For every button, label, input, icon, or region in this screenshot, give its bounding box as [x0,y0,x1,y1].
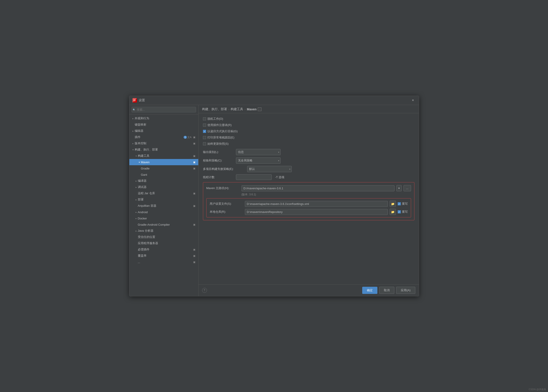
sidebar-item-label: Gradle [141,167,192,170]
offline-work-text: 脱机工作(O) [207,117,223,121]
plugin-registry-label[interactable]: 使用插件注册表(R) [203,123,232,127]
user-settings-input[interactable] [245,201,388,207]
settings-icon [192,248,196,251]
bottom-buttons: 确定 取消 应用(A) [362,287,415,294]
always-update-text: 始终更新快照(S) [207,142,229,146]
breadcrumb-part-3: Maven [247,107,257,111]
sidebar-item-maven[interactable]: Maven [129,159,198,165]
print-exception-label[interactable]: 打印异常堆栈跟踪(E) [203,136,234,140]
sidebar-item-editor[interactable]: 编辑器 [129,128,198,134]
multi-build-dropdown-wrap: 默认 ▾ [247,166,292,172]
sidebar-item-keymap[interactable]: 键盘映射 [129,121,198,128]
sidebar-item-label: Maven [141,161,192,164]
offline-work-checkbox[interactable] [203,117,206,120]
help-button[interactable]: ? [202,288,207,293]
sidebar-item-coverage[interactable]: 覆盖率 [129,253,198,259]
local-repo-browse-btn[interactable]: 📁 [390,209,396,215]
sidebar-item-gant[interactable]: Gant [129,171,198,178]
settings-icon [192,142,196,145]
sidebar-item-docker[interactable]: Docker [129,215,198,221]
user-settings-row: 用户设置文件(S): 📁 重写 [210,201,408,207]
user-settings-rewrite-label[interactable]: 重写 [398,202,408,206]
sidebar-item-compiler[interactable]: 编译器 [129,178,198,184]
sidebar-item-label: 覆盖率 [138,254,192,258]
sidebar-item-plugins[interactable]: 插件 1 文A [129,134,198,140]
sidebar-item-deployment[interactable]: 部署 [129,196,198,203]
sidebar-item-gradle[interactable]: Gradle [129,165,198,171]
local-repo-rewrite-label[interactable]: 重写 [398,210,408,214]
sidebar-item-more[interactable]: ... [129,259,198,265]
thread-count-row: 线程计数 -T 选项 [203,174,415,180]
settings-icon [192,223,196,226]
always-update-checkbox[interactable] [203,142,206,145]
settings-icon [192,160,196,164]
arrow-icon [138,161,141,164]
local-repo-input[interactable] [245,209,388,215]
ok-button[interactable]: 确定 [362,287,377,294]
settings-icon [192,135,196,139]
apply-button[interactable]: 应用(A) [396,287,415,294]
maven-home-dropdown-btn[interactable]: ▾ [396,185,402,191]
sidebar-item-android[interactable]: Android [129,209,198,215]
recursive-mode-label[interactable]: 以递归方式执行目标(G) [203,129,238,133]
sidebar-item-app-server[interactable]: 应用程序服务器 [129,240,198,246]
sidebar-item-label: Arquillian 容器 [138,204,192,208]
thread-count-input[interactable] [236,174,272,180]
breadcrumb-part-2: 构建工具 [231,107,243,111]
offline-work-label[interactable]: 脱机工作(O) [203,117,223,121]
sidebar-item-trusted[interactable]: 受信任的位置 [129,234,198,240]
close-button[interactable]: × [410,98,416,103]
output-level-row: 输出级别(L): 信息 ▾ [203,149,415,155]
output-level-dropdown[interactable]: 信息 [236,149,281,155]
sidebar-item-label: Docker [138,217,196,220]
sidebar-item-build[interactable]: 构建、执行、部署 [129,147,198,153]
user-settings-label: 用户设置文件(S): [210,202,243,206]
local-repo-rewrite-checkbox[interactable] [398,210,401,213]
arrow-icon [135,198,138,201]
sidebar-item-debugger[interactable]: 调试器 [129,184,198,190]
always-update-label[interactable]: 始终更新快照(S) [203,142,229,146]
plugin-registry-text: 使用插件注册表(R) [207,123,232,127]
settings-icon [192,167,196,170]
main-content: 构建、执行、部署 › 构建工具 › Maven □ 脱机工作(O) [198,105,419,296]
bottom-bar: ? 确定 取消 应用(A) [198,284,419,296]
maven-home-browse-btn[interactable]: … [403,185,411,191]
sidebar-item-vcs[interactable]: 版本控制 [129,140,198,147]
watermark: CSDN @伊俊务 [529,388,546,391]
multi-build-row: 多项目构建失败策略(E): 默认 ▾ [203,166,415,172]
settings-icon [192,154,196,158]
multi-build-dropdown[interactable]: 默认 [247,166,292,172]
dialog-title: 设置 [139,98,145,102]
plugin-registry-row: 使用插件注册表(R) [203,123,415,127]
sidebar-item-remote-jar[interactable]: 远程 Jar 仓库 [129,190,198,196]
sidebar-item-arquillian[interactable]: Arquillian 容器 [129,203,198,209]
sidebar-item-appearance[interactable]: 外观和行为 [129,115,198,121]
cancel-button[interactable]: 取消 [379,287,394,294]
checksum-policy-value: 无全局策略 [238,159,253,162]
search-wrap [132,107,196,112]
arrow-icon [135,229,138,232]
checksum-policy-dropdown[interactable]: 无全局策略 [236,157,281,164]
sidebar-item-label: 构建工具 [138,154,192,158]
plugin-registry-checkbox[interactable] [203,124,206,127]
breadcrumb-part-1: 构建、执行、部署 [202,107,227,111]
settings-icon [192,192,196,195]
settings-dialog: IJ 设置 × 外观和行为 键盘映射 [129,96,419,296]
search-input[interactable] [132,107,196,112]
sidebar-item-build-tools[interactable]: 构建工具 [129,153,198,159]
user-settings-rewrite-checkbox[interactable] [398,202,401,205]
user-settings-browse-btn[interactable]: 📁 [390,201,396,207]
sidebar-item-gradle-android[interactable]: Gradle-Android Compiler [129,221,198,228]
sidebar-item-java-profiler[interactable]: Java 分析器 [129,228,198,234]
maven-path-row: Maven 主路径(H): ▾ … [206,185,411,191]
breadcrumb-icon: □ [258,107,261,111]
dialog-body: 外观和行为 键盘映射 编辑器 插件 1 文A [129,105,419,296]
sidebar-item-label: 调试器 [138,185,196,189]
print-exception-checkbox[interactable] [203,136,206,139]
recursive-mode-checkbox[interactable] [203,130,206,133]
maven-home-input[interactable] [242,185,394,191]
sidebar-item-label: ... [138,260,192,264]
settings-icon [192,254,196,258]
sidebar-item-required-plugins[interactable]: 必需插件 [129,246,198,253]
title-bar-left: IJ 设置 [133,98,145,103]
